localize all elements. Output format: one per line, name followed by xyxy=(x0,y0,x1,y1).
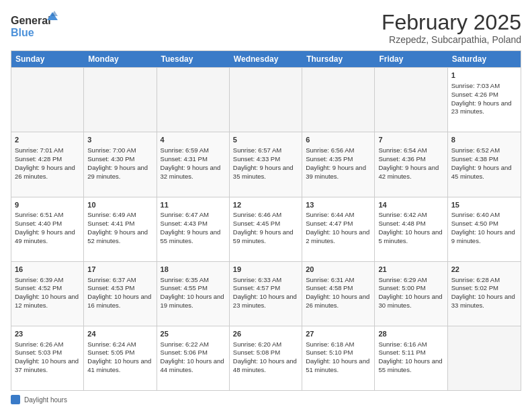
cal-cell: 6Sunrise: 6:56 AMSunset: 4:35 PMDaylight… xyxy=(302,132,375,196)
cal-cell: 25Sunrise: 6:22 AMSunset: 5:06 PMDayligh… xyxy=(157,326,230,390)
day-number: 28 xyxy=(378,329,443,339)
cal-cell: 14Sunrise: 6:42 AMSunset: 4:48 PMDayligh… xyxy=(375,197,447,261)
page: General Blue February 2025 Rzepedz, Subc… xyxy=(0,0,532,411)
cal-cell xyxy=(448,326,521,390)
cal-cell: 11Sunrise: 6:47 AMSunset: 4:43 PMDayligh… xyxy=(157,197,230,261)
cal-header-cell-tuesday: Tuesday xyxy=(157,51,230,67)
cal-cell: 19Sunrise: 6:33 AMSunset: 4:57 PMDayligh… xyxy=(230,262,302,326)
cal-cell: 26Sunrise: 6:20 AMSunset: 5:08 PMDayligh… xyxy=(230,326,302,390)
day-number: 22 xyxy=(451,265,517,275)
calendar: SundayMondayTuesdayWednesdayThursdayFrid… xyxy=(11,50,521,391)
day-number: 25 xyxy=(161,329,226,339)
day-number: 8 xyxy=(451,135,517,145)
day-number: 12 xyxy=(233,200,298,210)
cal-cell: 3Sunrise: 7:00 AMSunset: 4:30 PMDaylight… xyxy=(84,132,157,196)
cal-cell: 5Sunrise: 6:57 AMSunset: 4:33 PMDaylight… xyxy=(230,132,302,196)
cal-cell xyxy=(375,68,447,132)
day-number: 26 xyxy=(233,329,298,339)
day-number: 1 xyxy=(451,71,517,81)
logo-svg: General Blue xyxy=(11,11,58,40)
cal-row-3: 16Sunrise: 6:39 AMSunset: 4:52 PMDayligh… xyxy=(11,261,521,326)
svg-text:General: General xyxy=(11,15,51,26)
header: General Blue February 2025 Rzepedz, Subc… xyxy=(11,11,521,45)
day-number: 11 xyxy=(161,200,226,210)
cal-header-cell-wednesday: Wednesday xyxy=(230,51,302,67)
cal-cell: 27Sunrise: 6:18 AMSunset: 5:10 PMDayligh… xyxy=(302,326,375,390)
cal-cell: 22Sunrise: 6:28 AMSunset: 5:02 PMDayligh… xyxy=(448,262,521,326)
cal-cell: 7Sunrise: 6:54 AMSunset: 4:36 PMDaylight… xyxy=(375,132,447,196)
cal-cell: 9Sunrise: 6:51 AMSunset: 4:40 PMDaylight… xyxy=(11,197,84,261)
day-number: 16 xyxy=(15,265,80,275)
day-number: 17 xyxy=(87,265,152,275)
cal-cell: 10Sunrise: 6:49 AMSunset: 4:41 PMDayligh… xyxy=(84,197,157,261)
cal-cell xyxy=(230,68,302,132)
day-number: 6 xyxy=(306,135,371,145)
cal-cell: 28Sunrise: 6:16 AMSunset: 5:11 PMDayligh… xyxy=(375,326,447,390)
cal-cell: 16Sunrise: 6:39 AMSunset: 4:52 PMDayligh… xyxy=(11,262,84,326)
cal-header-cell-saturday: Saturday xyxy=(448,51,521,67)
day-number: 21 xyxy=(378,265,443,275)
cal-cell xyxy=(11,68,84,132)
day-number: 13 xyxy=(306,200,371,210)
legend-label: Daylight hours xyxy=(24,396,67,404)
cal-header-cell-thursday: Thursday xyxy=(302,51,375,67)
title-area: February 2025 Rzepedz, Subcarpathia, Pol… xyxy=(382,11,521,45)
day-number: 15 xyxy=(451,200,517,210)
cal-cell xyxy=(157,68,230,132)
day-number: 23 xyxy=(15,329,80,339)
cal-row-1: 2Sunrise: 7:01 AMSunset: 4:28 PMDaylight… xyxy=(11,132,521,196)
cal-cell: 23Sunrise: 6:26 AMSunset: 5:03 PMDayligh… xyxy=(11,326,84,390)
cal-cell: 17Sunrise: 6:37 AMSunset: 4:53 PMDayligh… xyxy=(84,262,157,326)
location-subtitle: Rzepedz, Subcarpathia, Poland xyxy=(382,34,521,45)
legend-color-box xyxy=(11,395,20,404)
cal-row-0: 1Sunrise: 7:03 AMSunset: 4:26 PMDaylight… xyxy=(11,67,521,132)
day-number: 4 xyxy=(161,135,226,145)
day-number: 7 xyxy=(378,135,443,145)
cal-cell: 20Sunrise: 6:31 AMSunset: 4:58 PMDayligh… xyxy=(302,262,375,326)
cal-cell: 12Sunrise: 6:46 AMSunset: 4:45 PMDayligh… xyxy=(230,197,302,261)
cal-cell: 24Sunrise: 6:24 AMSunset: 5:05 PMDayligh… xyxy=(84,326,157,390)
day-number: 27 xyxy=(306,329,371,339)
calendar-body: 1Sunrise: 7:03 AMSunset: 4:26 PMDaylight… xyxy=(11,67,521,390)
cal-cell: 8Sunrise: 6:52 AMSunset: 4:38 PMDaylight… xyxy=(448,132,521,196)
calendar-header: SundayMondayTuesdayWednesdayThursdayFrid… xyxy=(11,51,521,67)
day-number: 10 xyxy=(87,200,152,210)
cal-row-4: 23Sunrise: 6:26 AMSunset: 5:03 PMDayligh… xyxy=(11,326,521,390)
day-number: 3 xyxy=(87,135,152,145)
cal-cell: 18Sunrise: 6:35 AMSunset: 4:55 PMDayligh… xyxy=(157,262,230,326)
day-number: 24 xyxy=(87,329,152,339)
month-title: February 2025 xyxy=(382,11,521,34)
cal-header-cell-monday: Monday xyxy=(84,51,157,67)
day-number: 19 xyxy=(233,265,298,275)
logo: General Blue xyxy=(11,11,58,40)
cal-header-cell-sunday: Sunday xyxy=(11,51,84,67)
cal-cell xyxy=(84,68,157,132)
cal-cell: 21Sunrise: 6:29 AMSunset: 5:00 PMDayligh… xyxy=(375,262,447,326)
cal-cell: 4Sunrise: 6:59 AMSunset: 4:31 PMDaylight… xyxy=(157,132,230,196)
day-number: 20 xyxy=(306,265,371,275)
cal-cell: 1Sunrise: 7:03 AMSunset: 4:26 PMDaylight… xyxy=(448,68,521,132)
day-number: 18 xyxy=(161,265,226,275)
cal-cell xyxy=(302,68,375,132)
svg-text:Blue: Blue xyxy=(11,27,34,38)
day-number: 2 xyxy=(15,135,80,145)
day-number: 14 xyxy=(378,200,443,210)
day-number: 5 xyxy=(233,135,298,145)
cal-cell: 13Sunrise: 6:44 AMSunset: 4:47 PMDayligh… xyxy=(302,197,375,261)
cal-cell: 15Sunrise: 6:40 AMSunset: 4:50 PMDayligh… xyxy=(448,197,521,261)
cal-row-2: 9Sunrise: 6:51 AMSunset: 4:40 PMDaylight… xyxy=(11,197,521,261)
legend: Daylight hours xyxy=(11,395,521,404)
cal-header-cell-friday: Friday xyxy=(375,51,447,67)
cal-cell: 2Sunrise: 7:01 AMSunset: 4:28 PMDaylight… xyxy=(11,132,84,196)
day-number: 9 xyxy=(15,200,80,210)
